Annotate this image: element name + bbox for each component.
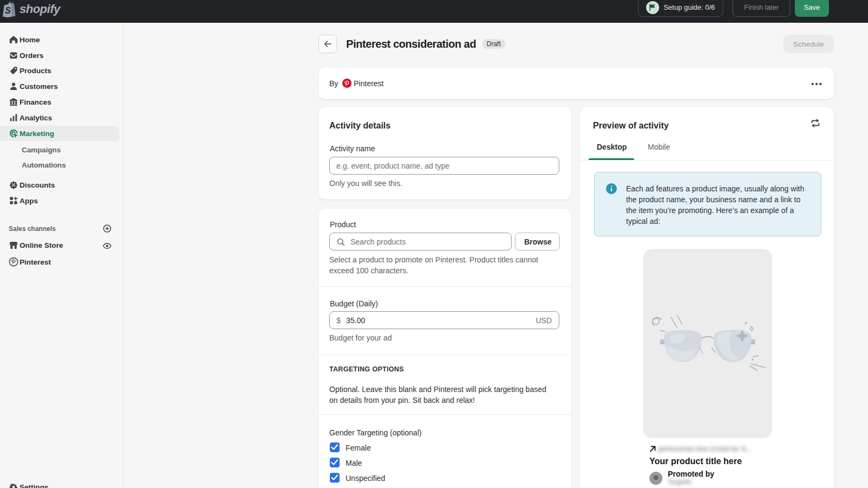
svg-text:S: S (5, 5, 11, 15)
